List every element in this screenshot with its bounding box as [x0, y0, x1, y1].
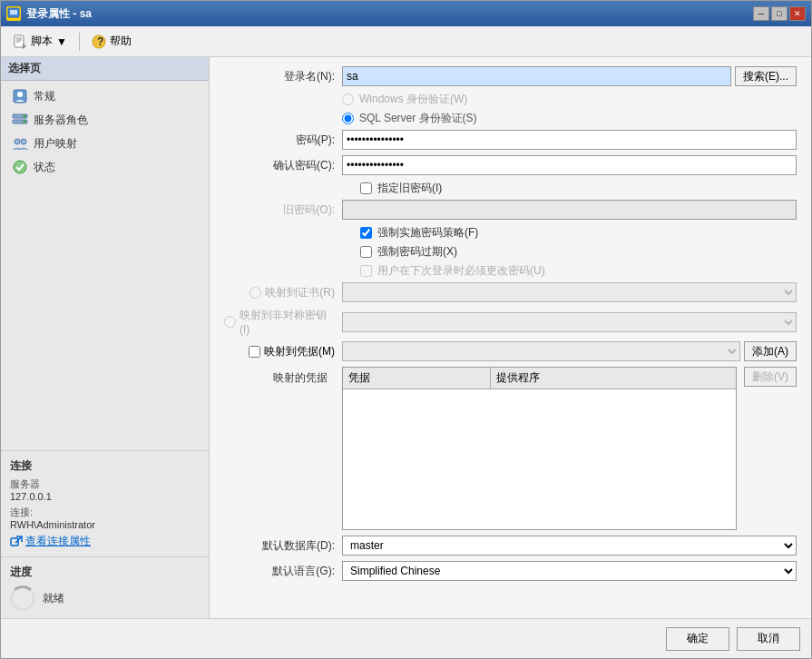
window-title: 登录属性 - sa [26, 6, 92, 22]
sidebar-item-server-roles[interactable]: 服务器角色 [1, 108, 209, 132]
old-password-checkbox[interactable] [360, 182, 372, 194]
sidebar-progress: 进度 就绪 [1, 556, 209, 618]
old-password-input[interactable] [342, 200, 797, 220]
sidebar-items: 常规 服务器角色 [1, 81, 209, 182]
search-button[interactable]: 搜索(E)... [735, 66, 797, 86]
credentials-btn-wrap: 删除(V) [744, 367, 797, 530]
view-connection-link[interactable]: 查看连接属性 [10, 534, 200, 549]
server-roles-icon [12, 112, 28, 128]
password-label: 密码(P): [242, 133, 342, 148]
default-db-wrap: master [342, 536, 797, 556]
enforce-expiry-label: 强制密码过期(X) [377, 244, 457, 260]
user-mapping-icon [12, 135, 28, 152]
sql-auth-radio[interactable] [342, 113, 354, 124]
footer: 确定 取消 [1, 618, 811, 658]
script-button[interactable]: 脚本 ▼ [6, 30, 73, 53]
toolbar: 脚本 ▼ ? 帮助 [1, 26, 811, 57]
credentials-table: 凭据 提供程序 [343, 368, 736, 389]
help-button[interactable]: ? 帮助 [85, 30, 138, 53]
ok-button[interactable]: 确定 [666, 627, 729, 651]
password-wrap [342, 130, 797, 150]
help-label: 帮助 [110, 34, 132, 49]
login-name-wrap: 搜索(E)... [342, 66, 797, 86]
asym-key-select-wrap [342, 312, 797, 332]
asym-key-select[interactable] [342, 312, 797, 332]
windows-auth-row: Windows 身份验证(W) [224, 92, 797, 107]
svg-marker-6 [23, 44, 26, 49]
asym-key-radio[interactable] [224, 316, 236, 328]
sidebar: 选择页 常规 服务器角 [1, 57, 210, 618]
connection-link-label: 查看连接属性 [25, 534, 91, 549]
window-icon [6, 6, 21, 21]
enforce-policy-section: 强制实施密码策略(F) 强制密码过期(X) 用户在下次登录时必须更改密码(U) [224, 225, 797, 279]
old-password-row: 旧密码(O): [224, 200, 797, 220]
progress-title: 进度 [10, 565, 200, 580]
titlebar-buttons: ─ □ ✕ [753, 6, 806, 21]
titlebar: 登录属性 - sa ─ □ ✕ [1, 1, 811, 26]
main-window: 登录属性 - sa ─ □ ✕ 脚本 ▼ ? 帮助 [0, 0, 812, 659]
general-icon [12, 88, 28, 104]
status-icon [12, 159, 28, 175]
default-lang-select[interactable]: Simplified Chinese [342, 561, 797, 581]
confirm-password-wrap [342, 155, 797, 175]
maximize-button[interactable]: □ [771, 6, 788, 21]
password-input[interactable] [342, 130, 797, 150]
password-row: 密码(P): [224, 130, 797, 150]
sidebar-item-general[interactable]: 常规 [1, 84, 209, 108]
default-lang-row: 默认语言(G): Simplified Chinese [224, 561, 797, 581]
cancel-button[interactable]: 取消 [737, 627, 800, 651]
server-label: 服务器 [10, 477, 200, 491]
progress-row: 就绪 [10, 585, 200, 611]
default-lang-wrap: Simplified Chinese [342, 561, 797, 581]
asym-key-row: 映射到非对称密钥(I) [224, 308, 797, 336]
cert-select[interactable] [342, 282, 797, 302]
old-password-section: 指定旧密码(I) [224, 181, 797, 196]
old-password-wrap [342, 200, 797, 220]
remove-credential-button[interactable]: 删除(V) [744, 367, 797, 387]
asym-key-label: 映射到非对称密钥(I) [240, 308, 335, 336]
cert-select-wrap [342, 282, 797, 302]
close-button[interactable]: ✕ [789, 6, 806, 21]
progress-spinner [10, 585, 35, 611]
old-password-check-row: 指定旧密码(I) [360, 181, 797, 196]
credential-select[interactable] [342, 341, 740, 361]
script-arrow: ▼ [56, 35, 67, 48]
default-db-select[interactable]: master [342, 536, 797, 556]
must-change-row: 用户在下次登录时必须更改密码(U) [360, 263, 797, 279]
script-label: 脚本 [31, 34, 53, 49]
script-icon [13, 34, 27, 49]
sidebar-item-label-status: 状态 [34, 160, 55, 175]
link-icon [10, 536, 23, 548]
credential-select-wrap: 添加(A) [342, 341, 797, 361]
help-icon: ? [92, 34, 106, 49]
credentials-section-label: 映射的凭据 [224, 367, 335, 530]
confirm-password-row: 确认密码(C): [224, 155, 797, 175]
windows-auth-radio[interactable] [342, 93, 354, 105]
cert-radio-wrap: 映射到证书(R) [224, 285, 342, 300]
sidebar-section-title: 选择页 [1, 57, 209, 81]
old-password-label: 旧密码(O): [242, 202, 342, 218]
cert-radio[interactable] [249, 287, 261, 299]
credential-checkbox[interactable] [249, 346, 260, 358]
confirm-password-label: 确认密码(C): [242, 158, 342, 173]
connect-value: RWH\Administrator [10, 519, 200, 530]
connection-title: 连接 [10, 458, 200, 474]
must-change-checkbox[interactable] [360, 265, 372, 277]
sidebar-item-status[interactable]: 状态 [1, 155, 209, 179]
login-name-input[interactable] [342, 66, 731, 86]
credential-row: 映射到凭据(M) 添加(A) [224, 341, 797, 361]
enforce-expiry-checkbox[interactable] [360, 246, 372, 258]
add-credential-button[interactable]: 添加(A) [744, 341, 797, 361]
credentials-table-container: 凭据 提供程序 [342, 367, 737, 530]
cert-row: 映射到证书(R) [224, 282, 797, 302]
enforce-policy-checkbox[interactable] [360, 227, 372, 239]
confirm-password-input[interactable] [342, 155, 797, 175]
enforce-expiry-row: 强制密码过期(X) [360, 244, 797, 260]
titlebar-left: 登录属性 - sa [6, 6, 92, 22]
sidebar-item-user-mapping[interactable]: 用户映射 [1, 132, 209, 155]
login-name-row: 登录名(N): 搜索(E)... [224, 66, 797, 86]
svg-rect-1 [10, 10, 17, 15]
sidebar-connection: 连接 服务器 127.0.0.1 连接: RWH\Administrator 查… [1, 450, 209, 556]
svg-point-10 [17, 92, 23, 97]
minimize-button[interactable]: ─ [753, 6, 769, 21]
